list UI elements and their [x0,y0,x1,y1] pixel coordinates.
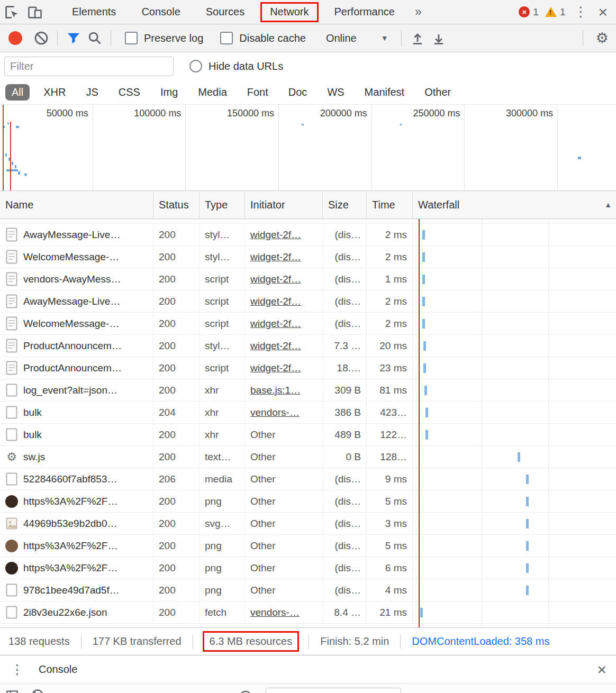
name-cell: 44969b53e9b2db0… [0,513,153,534]
request-row[interactable]: ProductAnnouncem…200scriptwidget-2f…18.…… [0,357,616,379]
devtools-menu-button[interactable]: ⋮ [565,4,596,20]
import-har-button[interactable] [407,28,428,49]
console-sidebar-button[interactable] [5,688,19,693]
tab-network[interactable]: Network [257,0,321,24]
warning-badge[interactable]: 1 [545,6,566,18]
request-row[interactable]: https%3A%2F%2F…200pngOther(dis…5 ms [0,490,616,513]
request-row[interactable]: 44969b53e9b2db0…200svg…Other(dis…3 ms [0,513,616,535]
initiator-link[interactable]: vendors-… [250,607,300,618]
request-row[interactable]: ProductAnnouncem…200styl…widget-2f…7.3 …… [0,335,616,357]
resources-size: 6.3 MB resources [204,633,298,650]
type-cell: styl… [200,224,245,245]
record-button[interactable] [8,31,22,45]
timeline-tick-label: 200000 ms [320,108,367,119]
tab-elements[interactable]: Elements [59,0,129,24]
chevron-down-icon: ▼ [381,34,388,42]
preserve-log-checkbox[interactable]: Preserve log [125,32,203,44]
column-header-time[interactable]: Time [367,191,413,218]
request-name: 2i8v3eu22x6e.json [23,607,107,618]
close-drawer-button[interactable]: × [597,662,616,678]
request-row[interactable]: WelcomeMessage-…200styl…widget-2f…(dis…2… [0,246,616,268]
initiator-link[interactable]: widget-2f… [250,362,301,374]
file-icon [5,427,18,442]
network-settings-button[interactable]: ⚙ [588,30,616,47]
request-row[interactable]: AwayMessage-Live…200scriptwidget-2f…(dis… [0,290,616,313]
size-cell: (dis… [323,313,367,334]
type-chip-xhr[interactable]: XHR [37,84,72,101]
clear-requests-button[interactable] [31,28,52,49]
drawer-tab-console[interactable]: Console [39,663,77,676]
request-row[interactable]: bulk204xhrvendors-…386 B423… [0,402,616,424]
type-chip-other[interactable]: Other [418,84,457,101]
type-chip-ws[interactable]: WS [321,84,350,101]
initiator-link[interactable]: widget-2f… [250,273,301,285]
device-toolbar-button[interactable] [23,0,47,24]
type-chip-css[interactable]: CSS [112,84,147,101]
console-filter-input[interactable] [266,688,401,693]
tab-sources[interactable]: Sources [193,0,257,24]
initiator-link[interactable]: vendors-… [250,407,300,418]
network-toolbar: Preserve log Disable cache Online ▼ ⚙ [0,24,616,52]
name-cell: https%3A%2F%2F… [0,535,153,557]
request-row[interactable]: vendors-AwayMess…200scriptwidget-2f…(dis… [0,268,616,290]
more-tabs-button[interactable]: » [407,5,429,19]
request-row[interactable]: log_event?alt=json…200xhrbase.js:1…309 B… [0,379,616,402]
export-har-button[interactable] [428,28,449,49]
drawer-menu-button[interactable]: ⋮ [0,662,34,677]
request-row[interactable]: ⚙sw.js200text…Other0 B128… [0,446,616,468]
initiator-link[interactable]: widget-2f… [250,318,301,330]
request-row[interactable]: 52284660f7abf853…206mediaOther(dis…9 ms [0,468,616,490]
request-row[interactable]: https%3A%2F%2F…200pngOther(dis…6 ms [0,557,616,579]
column-header-name[interactable]: Name [0,191,153,218]
waterfall-cell [413,402,616,423]
column-header-size[interactable]: Size [323,191,367,218]
initiator-link[interactable]: base.js:1… [250,385,301,396]
live-expression-button[interactable] [238,688,253,693]
column-header-waterfall[interactable]: Waterfall ▲ [413,191,616,218]
type-chip-js[interactable]: JS [79,84,104,101]
request-name: ProductAnnouncem… [23,340,122,352]
tab-performance[interactable]: Performance [322,0,408,24]
type-chip-manifest[interactable]: Manifest [358,84,411,101]
initiator-cell: Other [245,490,323,512]
initiator-link[interactable]: widget-2f… [250,340,301,352]
disable-cache-checkbox[interactable]: Disable cache [220,32,306,44]
initiator-link[interactable]: widget-2f… [250,229,301,241]
request-name: WelcomeMessage-… [23,318,119,330]
search-button[interactable] [84,28,105,49]
type-cell: xhr [200,402,245,423]
initiator-link[interactable]: widget-2f… [250,251,301,263]
timeline-activity-mark [18,171,20,175]
hide-data-urls-checkbox[interactable]: Hide data URLs [189,60,283,72]
type-chip-font[interactable]: Font [241,84,275,101]
type-chip-media[interactable]: Media [192,84,233,101]
filter-toggle-button[interactable] [63,28,84,49]
request-row[interactable]: AwayMessage-Live…200styl…widget-2f…(dis…… [0,224,616,246]
initiator-cell: Other [245,513,323,534]
type-cell: png [200,579,245,601]
clear-console-button[interactable] [31,688,44,693]
column-header-initiator[interactable]: Initiator [245,191,323,218]
tab-console[interactable]: Console [129,0,193,24]
column-header-type[interactable]: Type [200,191,245,218]
timeline-overview[interactable]: 50000 ms100000 ms150000 ms200000 ms25000… [0,105,616,191]
request-row[interactable]: bulk200xhrOther489 B122… [0,424,616,446]
status-cell: 204 [153,402,200,423]
request-row[interactable]: 978c1bee49d7ad5f…200pngOther(dis…4 ms [0,579,616,601]
column-header-status[interactable]: Status [153,191,200,218]
request-row[interactable]: https%3A%2F%2F…200pngOther(dis…5 ms [0,535,616,557]
close-devtools-button[interactable]: × [596,4,616,20]
type-chip-img[interactable]: Img [154,84,184,101]
error-badge[interactable]: × 1 [519,6,539,18]
type-chip-all[interactable]: All [5,84,30,101]
request-name: https%3A%2F%2F… [23,496,117,507]
type-cell: xhr [200,424,245,445]
request-row[interactable]: WelcomeMessage-…200scriptwidget-2f…(dis…… [0,313,616,335]
filter-input[interactable] [4,57,174,76]
initiator-link[interactable]: widget-2f… [250,296,301,307]
type-chip-doc[interactable]: Doc [282,84,314,101]
waterfall-bar [526,497,529,506]
inspect-element-button[interactable] [0,0,23,24]
request-row[interactable]: 2i8v3eu22x6e.json200fetchvendors-…8.4 …2… [0,601,616,624]
throttling-select[interactable]: Online ▼ [326,32,388,44]
